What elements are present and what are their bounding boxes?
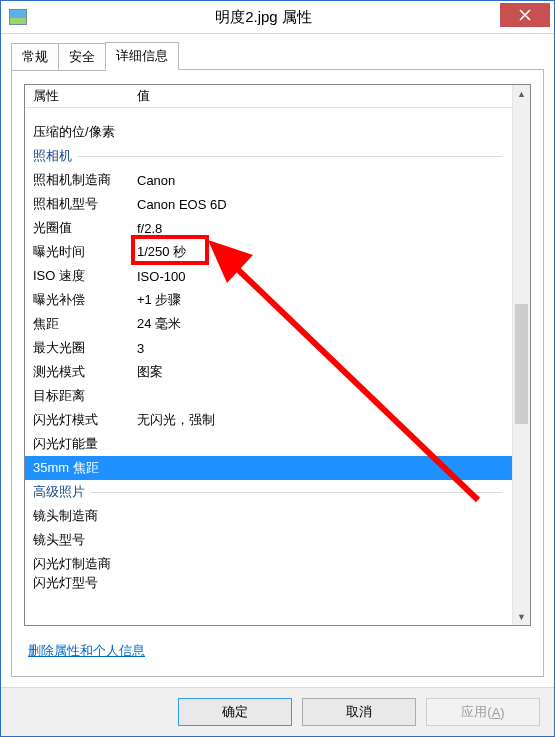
table-row[interactable]: 最大光圈 3: [25, 336, 512, 360]
table-row-fnumber[interactable]: 光圈值 f/2.8: [25, 216, 512, 240]
section-divider: [91, 492, 502, 493]
table-row-selected[interactable]: 35mm 焦距: [25, 456, 512, 480]
scroll-down-icon[interactable]: ▼: [513, 608, 530, 625]
scroll-thumb[interactable]: [515, 304, 528, 424]
section-advanced-photo: 高级照片: [25, 480, 512, 504]
table-row[interactable]: 镜头制造商: [25, 504, 512, 528]
list-viewport[interactable]: 属性 值 sRGB 压缩的位/像素 照相机: [25, 85, 512, 625]
app-icon: [9, 9, 27, 25]
section-divider: [78, 156, 502, 157]
table-row[interactable]: ISO 速度 ISO-100: [25, 264, 512, 288]
properties-list: 属性 值 sRGB 压缩的位/像素 照相机: [24, 84, 531, 626]
table-row[interactable]: 照相机制造商 Canon: [25, 168, 512, 192]
apply-button: 应用(A): [426, 698, 540, 726]
table-row[interactable]: 闪光灯模式 无闪光，强制: [25, 408, 512, 432]
dialog-buttons: 确定 取消 应用(A): [1, 687, 554, 736]
table-row[interactable]: 照相机型号 Canon EOS 6D: [25, 192, 512, 216]
table-row[interactable]: 焦距 24 毫米: [25, 312, 512, 336]
table-row[interactable]: 闪光灯能量: [25, 432, 512, 456]
table-row[interactable]: 目标距离: [25, 384, 512, 408]
link-area: 删除属性和个人信息: [24, 626, 531, 664]
close-button[interactable]: [500, 3, 550, 27]
table-row[interactable]: 曝光补偿 +1 步骤: [25, 288, 512, 312]
scroll-track[interactable]: [513, 102, 530, 608]
list-header: 属性 值: [25, 85, 512, 108]
tab-details[interactable]: 详细信息: [105, 42, 179, 70]
table-row[interactable]: 闪光灯型号: [25, 576, 512, 590]
cancel-button[interactable]: 取消: [302, 698, 416, 726]
table-row[interactable]: 压缩的位/像素: [25, 120, 512, 144]
properties-dialog: 明度2.jpg 属性 常规 安全 详细信息 属性 值: [0, 0, 555, 737]
window-title: 明度2.jpg 属性: [27, 8, 500, 27]
table-row[interactable]: 镜头型号: [25, 528, 512, 552]
table-row[interactable]: 测光模式 图案: [25, 360, 512, 384]
table-row[interactable]: sRGB: [25, 108, 512, 120]
tab-security[interactable]: 安全: [58, 43, 106, 71]
titlebar: 明度2.jpg 属性: [1, 1, 554, 34]
scrollbar-vertical[interactable]: ▲ ▼: [512, 85, 530, 625]
tab-general[interactable]: 常规: [11, 43, 59, 71]
details-panel: 属性 值 sRGB 压缩的位/像素 照相机: [11, 69, 544, 677]
scroll-up-icon[interactable]: ▲: [513, 85, 530, 102]
ok-button[interactable]: 确定: [178, 698, 292, 726]
tabstrip: 常规 安全 详细信息: [11, 42, 544, 70]
remove-properties-link[interactable]: 删除属性和个人信息: [28, 643, 145, 658]
col-header-value: 值: [137, 87, 512, 105]
close-icon: [519, 9, 531, 21]
table-row[interactable]: 闪光灯制造商: [25, 552, 512, 576]
table-row[interactable]: 曝光时间 1/250 秒: [25, 240, 512, 264]
section-camera: 照相机: [25, 144, 512, 168]
dialog-body: 常规 安全 详细信息 属性 值 sRGB: [1, 34, 554, 687]
col-header-property: 属性: [33, 87, 137, 105]
